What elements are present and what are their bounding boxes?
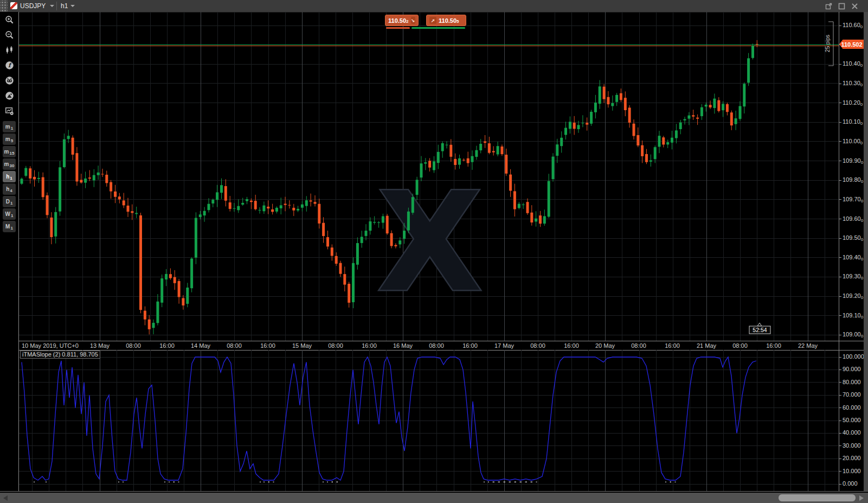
timeframe-D1-button[interactable]: D1 bbox=[3, 196, 16, 207]
current-price-tag: 110.502 bbox=[839, 40, 864, 49]
zoom-out-button[interactable] bbox=[2, 28, 17, 42]
price-tick-label: 110.200 bbox=[839, 99, 863, 107]
vertical-scrollbar[interactable] bbox=[864, 12, 868, 491]
sell-price: 110.50 bbox=[388, 17, 406, 24]
indicator-label: iTMASlope (2) 0.811, 98.705 bbox=[20, 351, 100, 359]
zoom-in-button[interactable] bbox=[2, 12, 17, 27]
instrument-icon bbox=[10, 2, 17, 9]
scrollbar-thumb[interactable] bbox=[779, 494, 856, 501]
timeframe-selector-label[interactable]: h1 bbox=[61, 2, 68, 10]
pips-label: 25 pips bbox=[825, 35, 831, 52]
sell-sentiment-bar bbox=[386, 27, 410, 29]
timeframe-m5-button[interactable]: m5 bbox=[3, 133, 16, 145]
time-tick-label: 16:00 bbox=[362, 342, 377, 349]
price-tick-label: 109.400 bbox=[839, 254, 863, 262]
time-tick-label: 16 May bbox=[393, 342, 413, 349]
chart-type-candles-button[interactable] bbox=[2, 43, 17, 57]
symbol-caret-icon[interactable] bbox=[50, 5, 54, 7]
indicator-tick-label: 50.000 bbox=[839, 417, 861, 423]
price-tick-label: 109.300 bbox=[839, 273, 863, 281]
timeframe-caret-icon[interactable] bbox=[70, 5, 75, 7]
price-tick-label: 109.800 bbox=[839, 176, 863, 184]
price-tick-label: 109.100 bbox=[839, 312, 863, 320]
scroll-right-icon[interactable] bbox=[859, 495, 864, 501]
symbol-selector-label[interactable]: USDJPY bbox=[20, 2, 46, 10]
indicator-tick-label: 80.000 bbox=[839, 379, 861, 385]
time-tick-label: 22 May bbox=[798, 342, 818, 349]
chart-snapshot-button[interactable] bbox=[2, 88, 17, 103]
broker-watermark: X bbox=[377, 163, 483, 322]
titlebar-divider bbox=[56, 2, 57, 10]
time-tick-label: 10 May 2019, UTC+0 bbox=[22, 342, 79, 349]
main-chart-area[interactable]: X25 pips52:54 bbox=[19, 12, 839, 341]
buy-price-fraction: 5 bbox=[456, 19, 459, 24]
time-tick-label: 16:00 bbox=[159, 342, 175, 349]
price-tick-label: 110.600 bbox=[839, 22, 863, 29]
timeframe-h1-button[interactable]: h1 bbox=[3, 171, 16, 182]
price-axis[interactable]: 110.600110.500110.400110.300110.200110.1… bbox=[839, 12, 864, 341]
time-tick-label: 16:00 bbox=[462, 342, 478, 349]
time-tick-label: 16:00 bbox=[665, 342, 680, 349]
time-tick-label: 16:00 bbox=[260, 342, 275, 349]
price-tick-label: 109.200 bbox=[839, 292, 863, 300]
indicator-tick-label: 10.000 bbox=[839, 468, 861, 474]
time-tick-label: 16:00 bbox=[564, 342, 579, 349]
chart-settings-button[interactable] bbox=[2, 104, 17, 118]
popout-icon[interactable] bbox=[825, 2, 833, 10]
time-tick-label: 15 May bbox=[292, 342, 312, 349]
indicator-tick-label: 100.000 bbox=[839, 353, 864, 360]
time-tick-label: 08:00 bbox=[328, 342, 343, 349]
time-tick-label: 13 May bbox=[90, 342, 110, 349]
indicator-tick-label: 90.000 bbox=[839, 366, 861, 372]
time-axis[interactable]: 10 May 2019, UTC+013 May08:0016:0014 May… bbox=[19, 341, 864, 350]
indicator-tick-label: 70.000 bbox=[839, 391, 861, 398]
time-tick-label: 14 May bbox=[191, 342, 210, 349]
price-tick-label: 110.300 bbox=[839, 80, 863, 87]
time-tick-label: 16:00 bbox=[766, 342, 781, 349]
indicator-tick-label: 20.000 bbox=[839, 455, 861, 461]
time-tick-label: 17 May bbox=[494, 342, 514, 349]
price-tick-label: 109.500 bbox=[839, 234, 863, 242]
time-tick-label: 08:00 bbox=[631, 342, 646, 349]
chart-window-titlebar: USDJPY h1 bbox=[0, 0, 868, 12]
itmaslope-line bbox=[22, 357, 756, 480]
trading-robot-button[interactable] bbox=[2, 73, 17, 87]
sell-price-fraction: 2 bbox=[406, 19, 408, 24]
time-tick-label: 08:00 bbox=[126, 342, 141, 349]
price-tick-label: 109.700 bbox=[839, 196, 863, 203]
indicator-tick-label: 0.000 bbox=[839, 480, 858, 487]
scroll-left-icon[interactable] bbox=[3, 495, 8, 501]
price-tick-label: 109.900 bbox=[839, 157, 863, 165]
indicator-tick-label: 40.000 bbox=[839, 429, 861, 436]
time-tick-label: 08:00 bbox=[227, 342, 242, 349]
timeframe-W1-button[interactable]: W1 bbox=[3, 208, 16, 220]
price-tick-label: 110.100 bbox=[839, 118, 863, 126]
timeframe-m15-button[interactable]: m15 bbox=[3, 146, 16, 157]
indicator-tick-label: 60.000 bbox=[839, 404, 861, 411]
time-tick-label: 08:00 bbox=[530, 342, 545, 349]
horizontal-scrollbar[interactable] bbox=[0, 493, 868, 503]
time-tick-label: 08:00 bbox=[429, 342, 444, 349]
close-icon[interactable] bbox=[851, 2, 859, 10]
sell-button[interactable]: 110.502 ➘ bbox=[385, 15, 419, 26]
maximize-icon[interactable] bbox=[838, 2, 846, 10]
buy-sentiment-bar bbox=[412, 27, 465, 29]
panel-bottom-border bbox=[0, 491, 868, 492]
sell-arrow-icon: ➘ bbox=[411, 17, 416, 24]
timeframe-m30-button[interactable]: m30 bbox=[3, 158, 16, 170]
indicators-button[interactable]: f bbox=[2, 58, 17, 72]
timeframe-m1-button[interactable]: m1 bbox=[3, 121, 16, 132]
indicator-canvas[interactable] bbox=[19, 350, 839, 491]
drag-handle[interactable] bbox=[0, 0, 8, 12]
svg-text:52:54: 52:54 bbox=[753, 327, 767, 333]
bar-countdown: 52:54 bbox=[749, 323, 770, 334]
timeframe-M1-button[interactable]: M1 bbox=[3, 221, 16, 232]
indicator-axis[interactable]: 100.00090.00080.00070.00060.00050.00040.… bbox=[839, 350, 864, 491]
main-chart-canvas[interactable]: X25 pips52:54 bbox=[19, 12, 839, 341]
time-tick-label: 08:00 bbox=[732, 342, 748, 349]
indicator-panel[interactable] bbox=[19, 350, 839, 491]
timeframe-h4-button[interactable]: h4 bbox=[3, 183, 16, 195]
buy-button[interactable]: ➚ 110.505 bbox=[426, 15, 466, 26]
price-tick-label: 109.600 bbox=[839, 215, 863, 223]
price-tick-label: 109.000 bbox=[839, 331, 863, 339]
